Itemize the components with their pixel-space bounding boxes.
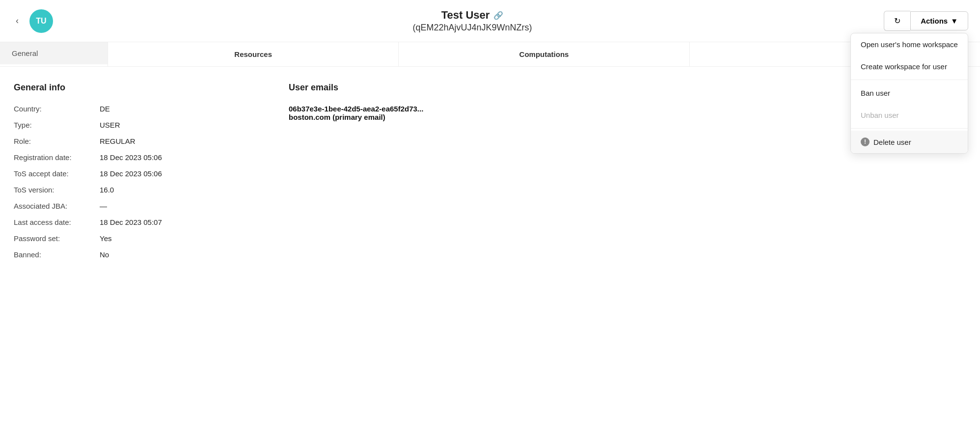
- role-value: REGULAR: [100, 137, 136, 145]
- tab-computations-label: Computations: [519, 50, 569, 58]
- actions-button[interactable]: Actions ▼: [910, 11, 968, 30]
- link-icon[interactable]: 🔗: [493, 11, 503, 20]
- delete-user-label: Delete user: [873, 138, 911, 146]
- refresh-button[interactable]: ↻: [884, 11, 910, 31]
- last-access-label: Last access date:: [14, 218, 100, 226]
- password-label: Password set:: [14, 234, 100, 243]
- danger-icon: !: [861, 137, 870, 146]
- tab-computations[interactable]: Computations: [399, 42, 689, 66]
- registration-row: Registration date: 18 Dec 2023 05:06: [14, 153, 259, 162]
- tab-resources[interactable]: Resources: [108, 42, 399, 66]
- password-row: Password set: Yes: [14, 234, 259, 243]
- tos-version-label: ToS version:: [14, 186, 100, 194]
- sidebar-item-general[interactable]: General: [0, 42, 108, 64]
- create-workspace-label: Create workspace for user: [861, 62, 947, 71]
- sidebar-general-label: General: [12, 49, 38, 57]
- general-info-section: General info Country: DE Type: USER Role…: [14, 82, 259, 267]
- registration-label: Registration date:: [14, 153, 100, 162]
- chevron-down-icon: ▼: [951, 17, 958, 25]
- ban-user-label: Ban user: [861, 89, 890, 97]
- tabs-bar: General Resources Computations: [0, 42, 980, 67]
- tos-accept-row: ToS accept date: 18 Dec 2023 05:06: [14, 169, 259, 178]
- actions-dropdown: Open user's home workspace Create worksp…: [850, 33, 968, 154]
- last-access-value: 18 Dec 2023 05:07: [100, 218, 162, 226]
- unban-user-item: Unban user: [851, 104, 968, 126]
- registration-value: 18 Dec 2023 05:06: [100, 153, 162, 162]
- open-workspace-label: Open user's home workspace: [861, 40, 958, 49]
- user-id: (qEM22hAjvUJ4nJK9WnNZrs): [61, 23, 884, 33]
- unban-user-label: Unban user: [861, 111, 899, 119]
- country-value: DE: [100, 105, 110, 113]
- banned-label: Banned:: [14, 250, 100, 259]
- banned-row: Banned: No: [14, 250, 259, 259]
- jba-value: —: [100, 202, 107, 210]
- user-name: Test User: [441, 9, 490, 22]
- type-label: Type:: [14, 121, 100, 129]
- avatar: TU: [29, 9, 53, 33]
- tos-accept-value: 18 Dec 2023 05:06: [100, 169, 162, 178]
- ban-user-item[interactable]: Ban user: [851, 82, 968, 104]
- tab-resources-label: Resources: [234, 50, 272, 58]
- create-workspace-item[interactable]: Create workspace for user: [851, 55, 968, 78]
- general-info-title: General info: [14, 82, 259, 93]
- type-value: USER: [100, 121, 120, 129]
- sidebar-panel: General: [0, 42, 108, 66]
- open-workspace-item[interactable]: Open user's home workspace: [851, 33, 968, 55]
- tos-accept-label: ToS accept date:: [14, 169, 100, 178]
- header-title: Test User 🔗 (qEM22hAjvUJ4nJK9WnNZrs): [61, 9, 884, 33]
- jba-label: Associated JBA:: [14, 202, 100, 210]
- delete-user-item[interactable]: ! Delete user: [851, 131, 968, 153]
- banned-value: No: [100, 250, 109, 259]
- header-actions: ↻ Actions ▼ Open user's home workspace C…: [884, 11, 968, 31]
- actions-label: Actions: [921, 17, 948, 25]
- jba-row: Associated JBA: —: [14, 202, 259, 210]
- type-row: Type: USER: [14, 121, 259, 129]
- country-label: Country:: [14, 105, 100, 113]
- main-content: General info Country: DE Type: USER Role…: [0, 67, 980, 282]
- dropdown-divider-2: [851, 128, 968, 129]
- role-row: Role: REGULAR: [14, 137, 259, 145]
- dropdown-divider-1: [851, 80, 968, 80]
- refresh-icon: ↻: [894, 16, 900, 26]
- tos-version-row: ToS version: 16.0: [14, 186, 259, 194]
- back-button[interactable]: ‹: [12, 14, 23, 28]
- tos-version-value: 16.0: [100, 186, 114, 194]
- password-value: Yes: [100, 234, 111, 243]
- country-row: Country: DE: [14, 105, 259, 113]
- header: ‹ TU Test User 🔗 (qEM22hAjvUJ4nJK9WnNZrs…: [0, 0, 980, 42]
- last-access-row: Last access date: 18 Dec 2023 05:07: [14, 218, 259, 226]
- role-label: Role:: [14, 137, 100, 145]
